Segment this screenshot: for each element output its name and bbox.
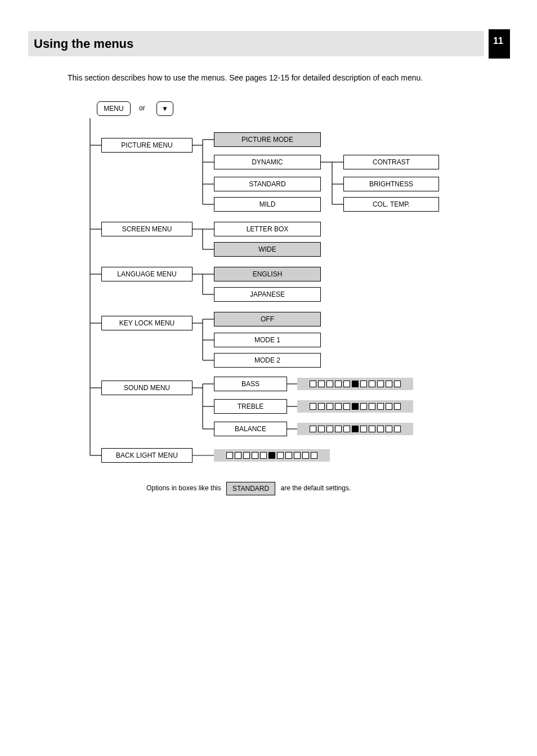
keylock-mode1-option[interactable]: MODE 1 [214,333,321,347]
treble-slider[interactable] [297,400,413,413]
arrow-down-button[interactable]: ▼ [156,101,173,116]
picture-mode-option[interactable]: PICTURE MODE [214,132,321,147]
footnote-pre: Options in boxes like this [146,484,221,492]
menu-tree: MENU ▼ or PICTURE MENU PICTURE MODE DYNA… [84,101,478,478]
backlight-menu[interactable]: BACK LIGHT MENU [101,448,193,463]
bass-option[interactable]: BASS [214,377,287,391]
coltemp-option[interactable]: COL. TEMP. [343,197,439,212]
page-title: Using the menus [34,37,133,51]
japanese-option[interactable]: JAPANESE [214,287,321,302]
treble-option[interactable]: TREBLE [214,399,287,414]
letterbox-option[interactable]: LETTER BOX [214,222,321,236]
language-menu[interactable]: LANGUAGE MENU [101,267,193,281]
sound-menu[interactable]: SOUND MENU [101,381,193,395]
keylock-menu[interactable]: KEY LOCK MENU [101,316,193,330]
footnote: Options in boxes like this STANDARD are … [146,482,351,495]
screen-menu[interactable]: SCREEN MENU [101,222,193,236]
picture-menu[interactable]: PICTURE MENU [101,138,193,153]
english-option[interactable]: ENGLISH [214,267,321,281]
footnote-post: are the default settings. [281,484,351,492]
menu-button[interactable]: MENU [97,101,131,116]
dynamic-option[interactable]: DYNAMIC [214,155,321,169]
keylock-mode2-option[interactable]: MODE 2 [214,353,321,368]
page-number: 11 [493,36,503,46]
standard-option[interactable]: STANDARD [214,177,321,191]
balance-option[interactable]: BALANCE [214,422,287,436]
intro-text: This section describes how to use the me… [68,73,423,82]
keylock-off-option[interactable]: OFF [214,312,321,326]
footnote-box: STANDARD [226,482,275,495]
wide-option[interactable]: WIDE [214,242,321,257]
balance-slider[interactable] [297,423,413,435]
contrast-option[interactable]: CONTRAST [343,155,439,169]
bass-slider[interactable] [297,378,413,390]
or-label: or [139,104,145,112]
brightness-option[interactable]: BRIGHTNESS [343,177,439,191]
mild-option[interactable]: MILD [214,197,321,212]
backlight-slider[interactable] [214,449,330,462]
